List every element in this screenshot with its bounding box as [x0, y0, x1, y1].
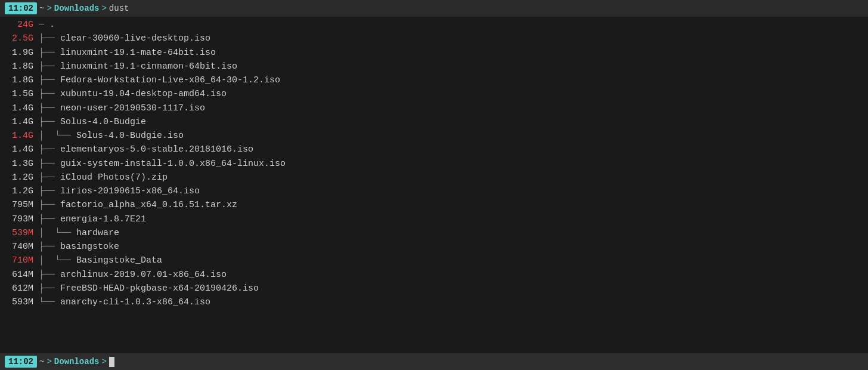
tree-chars: ├──	[33, 157, 60, 171]
file-name: hardware	[76, 226, 119, 240]
tree-line: 1.4G ├── elementaryos-5.0-stable.2018101…	[0, 143, 868, 156]
tree-line: 710M │ └── Basingstoke_Data	[0, 254, 868, 267]
tree-line: 1.4G ├── neon-user-20190530-1117.iso	[0, 101, 868, 115]
tree-chars: ├──	[33, 171, 60, 184]
file-size: 793M	[2, 212, 33, 226]
bottom-time: 11:02	[5, 356, 37, 368]
tree-chars: ├──	[33, 198, 60, 212]
file-name: linuxmint-19.1-mate-64bit.iso	[60, 46, 216, 60]
file-name: factorio_alpha_x64_0.16.51.tar.xz	[60, 198, 237, 212]
tree-line: 793M ├── energia-1.8.7E21	[0, 212, 868, 226]
file-size: 1.3G	[2, 157, 33, 171]
bottom-arrow2: >	[101, 357, 106, 366]
tree-line: 2.5G ├── clear-30960-live-desktop.iso	[0, 32, 868, 45]
file-name: Basingstoke_Data	[76, 254, 162, 267]
top-tilde: ~	[39, 4, 44, 13]
file-name: iCloud Photos(7).zip	[60, 171, 168, 184]
bottom-dir: Downloads	[54, 357, 100, 366]
top-time: 11:02	[5, 2, 37, 14]
file-size: 1.9G	[2, 46, 33, 60]
tree-chars: ├──	[33, 46, 60, 60]
file-name: guix-system-install-1.0.0.x86_64-linux.i…	[60, 157, 286, 171]
file-size: 1.2G	[2, 171, 33, 184]
bottom-arrow1: >	[46, 357, 51, 366]
file-name: FreeBSD-HEAD-pkgbase-x64-20190426.iso	[60, 282, 259, 295]
tree-chars: │ └──	[33, 226, 76, 240]
tree-line: 1.4G │ └── Solus-4.0-Budgie.iso	[0, 129, 868, 143]
bottom-tilde: ~	[39, 357, 44, 366]
tree-chars: ├──	[33, 115, 60, 129]
tree-chars: ├──	[33, 101, 60, 115]
tree-chars: ─	[33, 18, 49, 32]
file-size: 593M	[2, 295, 33, 309]
tree-line: 593M └── anarchy-cli-1.0.3-x86_64.iso	[0, 295, 868, 309]
file-name: archlinux-2019.07.01-x86_64.iso	[60, 268, 227, 282]
tree-line: 1.8G ├── linuxmint-19.1-cinnamon-64bit.i…	[0, 60, 868, 73]
file-size: 24G	[2, 18, 33, 32]
file-name: neon-user-20190530-1117.iso	[60, 101, 205, 115]
tree-line: 614M ├── archlinux-2019.07.01-x86_64.iso	[0, 268, 868, 282]
tree-line: 1.9G ├── linuxmint-19.1-mate-64bit.iso	[0, 46, 868, 60]
tree-chars: ├──	[33, 143, 60, 156]
top-dir: Downloads	[54, 4, 100, 13]
file-name: anarchy-cli-1.0.3-x86_64.iso	[60, 295, 210, 309]
file-name: Solus-4.0-Budgie	[60, 115, 146, 129]
tree-chars: ├──	[33, 212, 60, 226]
file-size: 1.4G	[2, 115, 33, 129]
tree-line: 1.8G ├── Fedora-Workstation-Live-x86_64-…	[0, 73, 868, 87]
file-size: 740M	[2, 240, 33, 254]
tree-line: 1.3G ├── guix-system-install-1.0.0.x86_6…	[0, 157, 868, 171]
tree-chars: ├──	[33, 240, 60, 254]
tree-chars: ├──	[33, 268, 60, 282]
file-size: 1.2G	[2, 184, 33, 198]
file-size: 795M	[2, 198, 33, 212]
file-name: clear-30960-live-desktop.iso	[60, 32, 210, 45]
terminal-cursor	[109, 357, 114, 367]
tree-chars: │ └──	[33, 129, 76, 143]
top-subdir: dust	[109, 4, 129, 13]
file-name: energia-1.8.7E21	[60, 212, 146, 226]
top-arrow2: >	[101, 4, 106, 13]
file-size: 614M	[2, 268, 33, 282]
top-titlebar: 11:02 ~ > Downloads > dust	[0, 0, 868, 17]
file-size: 539M	[2, 226, 33, 240]
file-name: basingstoke	[60, 240, 119, 254]
tree-line: 740M ├── basingstoke	[0, 240, 868, 254]
tree-line: 1.4G ├── Solus-4.0-Budgie	[0, 115, 868, 129]
file-size: 1.8G	[2, 60, 33, 73]
file-size: 1.4G	[2, 129, 33, 143]
tree-line: 1.2G ├── iCloud Photos(7).zip	[0, 171, 868, 184]
tree-line: 795M ├── factorio_alpha_x64_0.16.51.tar.…	[0, 198, 868, 212]
bottom-titlebar: 11:02 ~ > Downloads >	[0, 353, 868, 370]
tree-chars: ├──	[33, 282, 60, 295]
tree-line: 1.2G ├── lirios-20190615-x86_64.iso	[0, 184, 868, 198]
file-name: Fedora-Workstation-Live-x86_64-30-1.2.is…	[60, 73, 280, 87]
tree-chars: ├──	[33, 87, 60, 101]
file-name: .	[49, 18, 55, 32]
file-name: lirios-20190615-x86_64.iso	[60, 184, 200, 198]
tree-chars: ├──	[33, 32, 60, 45]
file-size: 1.5G	[2, 87, 33, 101]
file-name: Solus-4.0-Budgie.iso	[76, 129, 184, 143]
file-name: linuxmint-19.1-cinnamon-64bit.iso	[60, 60, 237, 73]
file-size: 612M	[2, 282, 33, 295]
file-name: xubuntu-19.04-desktop-amd64.iso	[60, 87, 227, 101]
terminal-content: 24G ─ .2.5G ├── clear-30960-live-desktop…	[0, 17, 868, 353]
file-size: 1.4G	[2, 143, 33, 156]
tree-line: 612M ├── FreeBSD-HEAD-pkgbase-x64-201904…	[0, 282, 868, 295]
file-size: 710M	[2, 254, 33, 267]
file-size: 1.4G	[2, 101, 33, 115]
file-size: 1.8G	[2, 73, 33, 87]
tree-chars: ├──	[33, 73, 60, 87]
tree-chars: │ └──	[33, 254, 76, 267]
tree-line: 539M │ └── hardware	[0, 226, 868, 240]
tree-line: 24G ─ .	[0, 18, 868, 32]
file-name: elementaryos-5.0-stable.20181016.iso	[60, 143, 253, 156]
tree-chars: ├──	[33, 60, 60, 73]
tree-chars: └──	[33, 295, 60, 309]
file-size: 2.5G	[2, 32, 33, 45]
tree-chars: ├──	[33, 184, 60, 198]
tree-line: 1.5G ├── xubuntu-19.04-desktop-amd64.iso	[0, 87, 868, 101]
top-arrow1: >	[46, 4, 51, 13]
